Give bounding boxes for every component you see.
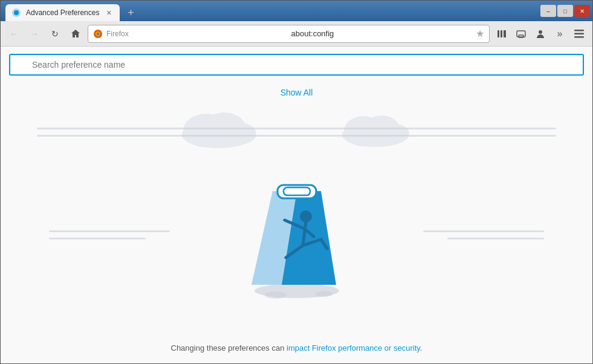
svg-rect-7 (504, 30, 506, 37)
more-tools-button[interactable]: » (551, 25, 568, 42)
show-all-link[interactable]: Show All (280, 88, 313, 97)
wet-floor-sign-illustration (242, 179, 351, 300)
forward-button[interactable]: → (26, 25, 43, 42)
page-content: Show All (1, 47, 592, 363)
svg-rect-5 (497, 30, 499, 37)
new-tab-button[interactable]: + (122, 4, 139, 21)
svg-rect-13 (574, 36, 584, 38)
svg-point-26 (316, 291, 332, 297)
home-button[interactable] (67, 25, 84, 42)
menu-button[interactable] (571, 25, 588, 42)
svg-point-1 (14, 10, 19, 15)
search-wrapper (9, 54, 584, 76)
clouds-illustration (146, 103, 448, 152)
back-button[interactable]: ← (5, 25, 22, 42)
minimize-button[interactable]: – (540, 5, 556, 17)
nav-right-buttons: » (493, 25, 588, 42)
synced-tabs-button[interactable] (513, 25, 530, 42)
maximize-button[interactable]: □ (557, 5, 573, 17)
account-button[interactable] (532, 25, 549, 42)
svg-rect-6 (501, 30, 502, 37)
titlebar: Advanced Preferences × + – □ ✕ (1, 1, 592, 21)
warning-link[interactable]: impact Firefox performance or security (287, 343, 420, 353)
address-text: about:config (291, 29, 473, 38)
svg-point-31 (300, 210, 312, 223)
firefox-label: Firefox (106, 30, 288, 38)
search-container (1, 47, 592, 83)
close-button[interactable]: ✕ (574, 5, 590, 17)
warning-text: Changing these preferences can impact Fi… (171, 343, 423, 353)
tab-close-button[interactable]: × (104, 8, 114, 18)
svg-point-25 (265, 291, 287, 299)
window-controls: – □ ✕ (540, 5, 590, 17)
svg-rect-12 (574, 33, 584, 34)
tab-area: Advanced Preferences × + (5, 1, 540, 21)
search-input[interactable] (9, 54, 584, 76)
illustration-area: Changing these preferences can impact Fi… (1, 97, 592, 363)
reload-button[interactable]: ↻ (47, 25, 63, 42)
firefox-logo-icon (93, 29, 103, 39)
tab-title: Advanced Preferences (26, 8, 99, 17)
svg-point-19 (222, 123, 256, 145)
svg-rect-11 (574, 30, 584, 31)
warning-text-after: . (420, 343, 423, 353)
bookmark-star-icon[interactable]: ★ (476, 28, 484, 39)
svg-point-10 (539, 30, 542, 34)
svg-rect-9 (519, 35, 523, 37)
active-tab[interactable]: Advanced Preferences × (5, 4, 120, 21)
svg-point-23 (380, 124, 409, 143)
svg-point-4 (97, 33, 99, 35)
tab-favicon (11, 8, 21, 18)
address-bar[interactable]: Firefox about:config ★ (88, 25, 490, 43)
library-button[interactable] (493, 25, 510, 42)
warning-text-before: Changing these preferences can (171, 343, 287, 353)
svg-rect-8 (517, 31, 525, 37)
navbar: ← → ↻ Firefox about:config ★ (1, 21, 592, 47)
browser-window: Advanced Preferences × + – □ ✕ ← → ↻ (0, 0, 593, 364)
